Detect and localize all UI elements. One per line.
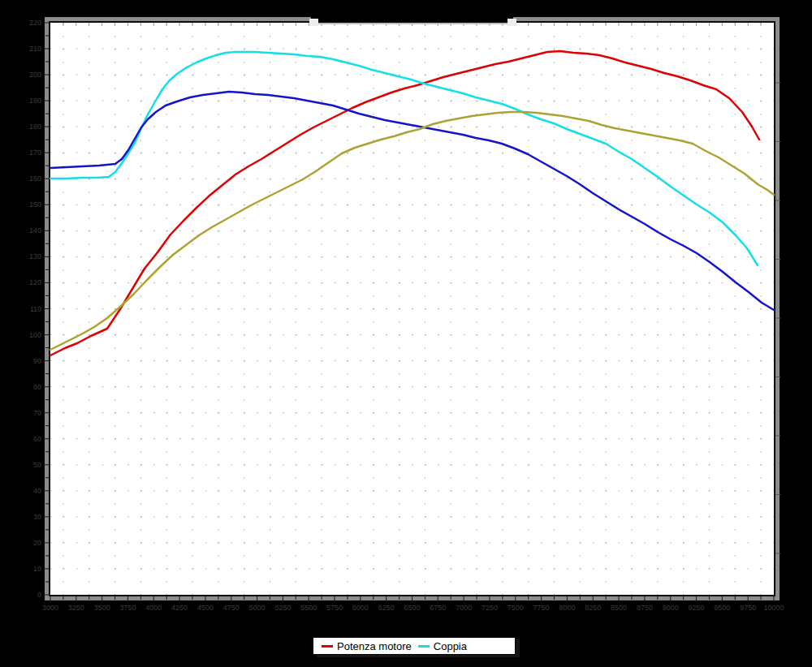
x-tick-label: 3000 [42, 604, 58, 612]
x-tick-label: 3250 [68, 604, 84, 612]
x-tick-label: 7750 [533, 604, 550, 612]
legend-line-sample-cyan [418, 645, 430, 648]
y-tick-label: 0 [37, 591, 41, 599]
legend-item-coppia: Coppia [418, 640, 467, 652]
x-tick-label: 8500 [611, 604, 627, 612]
x-tick-label: 9250 [689, 604, 705, 612]
y-tick-label: 150 [29, 200, 41, 209]
x-tick-label: 8250 [585, 604, 601, 612]
legend-label-potenza: Potenza motore [337, 640, 412, 652]
x-tick-label: 5500 [300, 604, 317, 612]
grid-layer [50, 23, 774, 595]
y-tick-label: 20 [33, 539, 41, 547]
y-tick-label: 110 [30, 305, 41, 313]
plot-svg: 3000325035003750400042504500475050005250… [0, 0, 812, 667]
series-line-1 [50, 52, 758, 265]
x-tick-label: 7000 [456, 604, 472, 612]
legend-item-potenza: Potenza motore [322, 640, 412, 652]
y-tick-label: 210 [29, 45, 41, 53]
x-tick-label: 6750 [430, 604, 446, 612]
x-tick-label: 9500 [714, 604, 730, 612]
y-tick-label: 80 [33, 383, 41, 391]
x-tick-label: 6500 [404, 604, 420, 612]
x-tick-label: 10000 [763, 604, 784, 612]
x-tick-label: 8750 [637, 604, 653, 612]
x-tick-label: 3500 [94, 604, 110, 612]
y-tick-label: 180 [29, 123, 41, 131]
y-tick-label: 160 [29, 174, 41, 183]
y-tick-label: 200 [29, 71, 41, 79]
x-tick-label: 4750 [223, 604, 240, 612]
y-tick-label: 40 [33, 487, 41, 495]
y-tick-label: 140 [29, 226, 41, 235]
y-tick-label: 90 [33, 357, 41, 365]
x-tick-label: 6250 [378, 604, 395, 612]
x-tick-label: 9750 [740, 604, 756, 612]
y-tick-label: 170 [29, 148, 41, 157]
chart-title-box [311, 5, 513, 24]
x-tick-label: 7500 [508, 604, 524, 612]
y-tick-label: 100 [29, 331, 41, 339]
series-line-2 [50, 92, 774, 310]
y-tick-label: 50 [33, 461, 41, 469]
x-tick-label: 7250 [482, 604, 498, 612]
x-tick-label: 4500 [197, 604, 214, 612]
legend-line-sample-red [322, 645, 333, 648]
series-layer [50, 51, 774, 355]
x-tick-label: 5000 [249, 604, 266, 612]
x-tick-label: 5250 [274, 604, 291, 612]
x-tick-label: 4250 [171, 604, 188, 612]
axis-labels-layer: 3000325035003750400042504500475050005250… [29, 19, 784, 612]
x-tick-label: 3750 [119, 604, 136, 612]
legend-label-coppia: Coppia [434, 640, 467, 652]
y-tick-label: 60 [33, 435, 41, 443]
y-tick-label: 10 [33, 565, 41, 573]
series-line-0 [50, 51, 759, 355]
y-tick-label: 30 [33, 513, 41, 521]
axis-ticks-layer [43, 23, 780, 602]
y-tick-label: 120 [29, 278, 41, 286]
x-tick-label: 6000 [352, 604, 369, 612]
x-tick-label: 9000 [663, 604, 679, 612]
dyno-chart-screenshot: 3000325035003750400042504500475050005250… [0, 0, 812, 667]
y-tick-label: 130 [29, 252, 41, 260]
x-tick-label: 8000 [559, 604, 575, 612]
x-tick-label: 5750 [326, 604, 343, 612]
y-tick-label: 220 [29, 19, 41, 27]
legend: Potenza motore Coppia [313, 637, 516, 655]
x-tick-label: 4000 [145, 604, 162, 612]
y-tick-label: 190 [29, 97, 41, 105]
y-tick-label: 70 [33, 409, 41, 417]
